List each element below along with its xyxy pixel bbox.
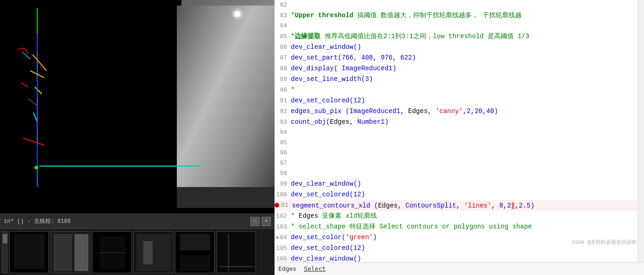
edge-visualization — [0, 0, 275, 214]
status-text: in* () - 主线程: 8188 — [4, 217, 71, 225]
image-panel: in* () - 主线程: 8188 □ × — [0, 0, 275, 275]
close-button[interactable]: × — [262, 217, 271, 226]
svg-rect-24 — [54, 234, 72, 271]
image-status-bar: in* () - 主线程: 8188 □ × — [0, 214, 275, 228]
minimize-button[interactable]: □ — [250, 217, 260, 226]
code-line-99: 99 dev_clear_window() — [275, 179, 637, 189]
code-line-84: 84 — [275, 21, 637, 31]
image-canvas[interactable] — [0, 0, 275, 214]
code-line-88: 88 dev_display( ImageReduced1) — [275, 63, 637, 74]
svg-rect-31 — [143, 241, 153, 264]
execution-dot — [275, 203, 279, 208]
code-line-93: 93 count_obj(Edges, Number1) — [275, 117, 637, 127]
thumbnail-5[interactable] — [175, 231, 215, 273]
thumbnail-1[interactable] — [9, 231, 49, 273]
scrollbar-handle[interactable] — [3, 234, 7, 243]
thumbnail-3[interactable] — [92, 231, 132, 273]
code-scrollbar[interactable] — [637, 0, 644, 262]
code-line-98: 98 — [275, 168, 637, 179]
code-line-96: 96 — [275, 148, 637, 158]
code-content[interactable]: 82 83 *Upper threshold 搞阈值 数值越大，抑制干扰轮廓线越… — [275, 0, 637, 262]
thumbnail-scrollbar[interactable] — [2, 231, 7, 273]
code-line-92: 92 edges_sub_pix (ImageReduced1, Edges, … — [275, 106, 637, 117]
code-panel-inner: 82 83 *Upper threshold 搞阈值 数值越大，抑制干扰轮廓线越… — [275, 0, 644, 262]
code-line-101: 01 segment_contours_xld (Edges, Contours… — [275, 200, 637, 211]
code-line-95: 95 — [275, 138, 637, 148]
svg-rect-30 — [136, 234, 171, 271]
code-line-94: 94 — [275, 127, 637, 138]
code-line-91: 91 dev_set_colored(12) — [275, 95, 637, 106]
code-panel: 82 83 *Upper threshold 搞阈值 数值越大，抑制干扰轮廓线越… — [275, 0, 644, 275]
thumbnail-4[interactable] — [134, 231, 173, 273]
watermark: CSDN @龙熙机器视觉培训班 — [572, 239, 637, 246]
code-line-103: 103 * select_shape 特征选择 Select contours … — [275, 221, 637, 232]
code-bottom-status: Edges Select — [275, 262, 644, 275]
code-line-106: 106 dev_clear_window() — [275, 254, 637, 262]
code-line-86: 86 dev_clear_window() — [275, 42, 637, 53]
svg-rect-4 — [177, 187, 275, 208]
code-line-85: 85 *边缘提取 推荐高低阈值比值在2:1到3:1之间，low threshol… — [275, 31, 637, 42]
code-line-100: 100 dev_set_colored(12) — [275, 189, 637, 200]
code-line-102: 102 * Edges 亚像素 xld轮廓线 — [275, 211, 637, 221]
svg-rect-1 — [177, 6, 275, 208]
code-line-90: 90 * — [275, 85, 637, 95]
code-line-82: 82 — [275, 0, 637, 10]
status-icons: □ × — [250, 217, 271, 226]
svg-rect-33 — [180, 234, 210, 250]
thumbnail-bar — [0, 228, 275, 275]
svg-point-12 — [34, 166, 38, 169]
thumbnail-2[interactable] — [51, 231, 90, 273]
green-arrow: ⇒ — [275, 233, 279, 243]
svg-rect-34 — [180, 255, 210, 271]
main-area: in* () - 主线程: 8188 □ × — [0, 0, 644, 275]
code-line-89: 89 dev_set_line_width(3) — [275, 74, 637, 85]
thumbnail-6[interactable] — [216, 231, 256, 273]
svg-rect-25 — [74, 234, 88, 271]
edges-label: Edges — [278, 265, 296, 272]
svg-point-3 — [232, 8, 243, 20]
code-line-97: 97 — [275, 158, 637, 168]
select-label[interactable]: Select — [304, 265, 326, 272]
code-line-87: 87 dev_set_part(766, 408, 976, 622) — [275, 53, 637, 63]
code-line-83: 83 *Upper threshold 搞阈值 数值越大，抑制干扰轮廓线越多， … — [275, 10, 637, 21]
svg-rect-22 — [14, 234, 45, 269]
